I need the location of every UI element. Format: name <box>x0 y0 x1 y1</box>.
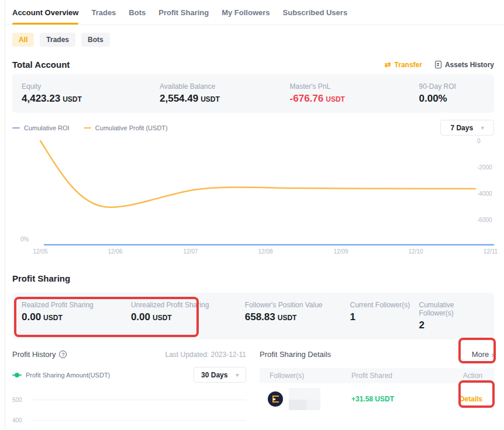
stat-masters-pnl: Master's PnL -676.76USDT <box>290 82 419 105</box>
followers-table-header: Follower(s) Profit Shared Action <box>260 368 494 383</box>
transfer-icon: ⇄ <box>385 61 391 68</box>
green-line-dot-icon <box>12 374 22 376</box>
tab-subscribed-users[interactable]: Subscribed Users <box>283 8 348 25</box>
avatar-logo-icon <box>272 396 279 403</box>
tab-profit-sharing[interactable]: Profit Sharing <box>158 8 209 25</box>
time-range-select-30days[interactable]: 30 Days ▾ <box>194 367 246 383</box>
tab-my-followers[interactable]: My Followers <box>222 8 270 25</box>
filter-trades[interactable]: Trades <box>40 33 75 47</box>
profit-sharing-title: Profit Sharing <box>12 273 70 283</box>
chart-canvas <box>12 136 495 252</box>
filter-pills: All Trades Bots <box>12 33 494 47</box>
profit-sharing-stats-panel: Realized Profit Sharing 0.00USDT Unreali… <box>12 293 494 339</box>
profit-history-section: Profit History ? Last Updated: 2023-12-1… <box>12 350 246 430</box>
total-account-chart: 0 -2000 -4000 -6000 0% 12/05 12/06 12/07… <box>12 136 494 258</box>
y-axis-tick: 0 <box>477 138 481 144</box>
total-account-stats-panel: Equity 4,423.23USDT Available Balance 2,… <box>12 74 494 113</box>
stat-90day-roi: 90-Day ROI 0.00% <box>419 82 485 105</box>
time-range-select-7days[interactable]: 7 Days ▾ <box>440 120 494 136</box>
tab-bots[interactable]: Bots <box>129 8 146 25</box>
tab-trades[interactable]: Trades <box>91 8 116 25</box>
y-axis-tick: -2000 <box>477 164 492 171</box>
stat-current-followers: Current Follower(s) 1 <box>350 301 419 331</box>
profit-sharing-details-section: Profit Sharing Details More › Follower(s… <box>260 350 494 430</box>
follower-avatar <box>268 391 283 407</box>
orange-dash-icon <box>84 127 91 129</box>
profit-sharing-details-title: Profit Sharing Details <box>260 350 331 359</box>
details-button[interactable]: Details <box>452 395 482 403</box>
follower-name-blurred <box>289 388 322 410</box>
stat-equity: Equity 4,423.23USDT <box>22 82 160 105</box>
stat-realized-profit-sharing: Realized Profit Sharing 0.00USDT <box>22 301 131 331</box>
help-icon[interactable]: ? <box>59 351 67 358</box>
follower-cell <box>268 388 351 410</box>
y-axis-tick: -4000 <box>477 190 492 197</box>
tab-account-overview[interactable]: Account Overview <box>12 8 78 25</box>
legend-profit-sharing-amount: Profit Sharing Amount(USDT) <box>12 372 110 379</box>
profit-shared-value: +31.58 USDT <box>351 395 452 403</box>
legend-cumulative-profit: Cumulative Profit (USDT) <box>84 124 168 131</box>
last-updated-label: Last Updated: 2023-12-11 <box>165 351 246 359</box>
chevron-down-icon: ▾ <box>481 125 484 131</box>
stat-unrealized-profit-sharing: Unrealized Profit Sharing 0.00USDT <box>131 301 245 331</box>
gridline-500: 500 <box>12 397 246 403</box>
filter-all[interactable]: All <box>12 33 34 47</box>
y-axis-tick: -6000 <box>477 217 492 223</box>
blue-dash-icon <box>12 127 20 129</box>
assets-history-button[interactable]: Assets History <box>435 61 494 69</box>
stat-follower-position-value: Follower's Position Value 658.83USDT <box>245 301 350 331</box>
chevron-down-icon: ▾ <box>236 372 239 378</box>
cumulative-profit-line <box>40 141 475 207</box>
stat-cumulative-followers: Cumulative Follower(s) 2 <box>419 301 485 331</box>
account-overview-page: Account Overview Trades Bots Profit Shar… <box>5 0 504 430</box>
document-icon <box>435 61 441 68</box>
gridline-400: 400 <box>12 417 246 424</box>
stat-available-balance: Available Balance 2,554.49USDT <box>160 82 290 105</box>
y-axis-tick-left: 0% <box>20 236 29 242</box>
chevron-right-icon: › <box>491 351 494 359</box>
filter-bots[interactable]: Bots <box>81 33 110 47</box>
legend-cumulative-roi: Cumulative ROI <box>12 124 70 131</box>
more-button[interactable]: More › <box>472 350 494 359</box>
top-tab-bar: Account Overview Trades Bots Profit Shar… <box>5 0 504 25</box>
table-row: +31.58 USDT Details <box>260 383 494 415</box>
total-account-title: Total Account <box>12 60 70 70</box>
profit-history-title: Profit History <box>12 350 56 359</box>
transfer-button[interactable]: ⇄ Transfer <box>385 61 422 69</box>
